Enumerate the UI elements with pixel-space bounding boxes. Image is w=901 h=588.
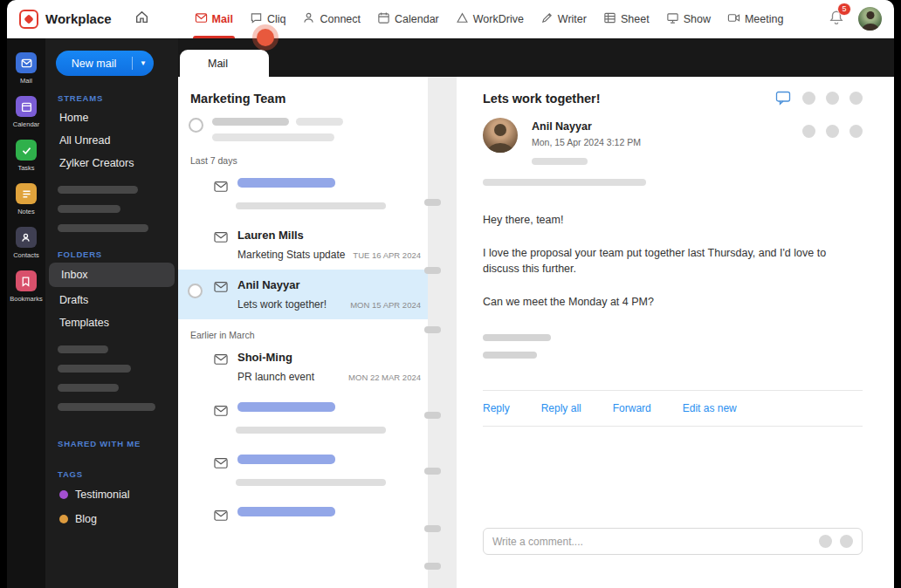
app-body: Mail Calendar Tasks Notes Contacts Bookm… (7, 38, 894, 588)
select-checkbox[interactable] (189, 118, 203, 133)
shared-section-label: SHARED WITH ME (58, 439, 166, 448)
mail-item-skeleton[interactable] (178, 444, 428, 496)
mail-sidebar: New mail ▼ STREAMS Home All Unread Zylke… (45, 38, 178, 588)
connect-icon (302, 11, 315, 27)
new-mail-button[interactable]: New mail ▼ (56, 51, 154, 76)
comment-input[interactable] (492, 536, 811, 548)
mail-list: Marketing Team Last 7 days (178, 77, 457, 588)
tab-mail[interactable]: Mail (180, 50, 269, 77)
message-action-button[interactable] (849, 125, 863, 138)
skeleton-bar (237, 178, 335, 188)
mail-date: MON 15 APR 2024 (350, 300, 421, 310)
chevron-down-icon[interactable]: ▼ (133, 59, 154, 67)
section-label-last7: Last 7 days (178, 145, 428, 168)
header-action-button[interactable] (826, 92, 839, 105)
sidebar-item-inbox[interactable]: Inbox (49, 263, 175, 287)
nav-label: Connect (320, 13, 361, 25)
tag-color-dot (59, 490, 68, 499)
mail-list-panel: Marketing Team Last 7 days (178, 77, 457, 588)
mail-group-title: Marketing Team (178, 77, 428, 113)
brand[interactable]: Workplace (19, 10, 112, 29)
new-mail-label: New mail (56, 58, 132, 70)
nav-label: Calendar (395, 13, 439, 25)
comment-box (483, 528, 863, 555)
skeleton-bar (58, 345, 108, 353)
skeleton-bar (236, 479, 386, 486)
section-label-march: Earlier in March (178, 319, 428, 342)
tag-item-testimonial[interactable]: Testimonial (56, 482, 168, 507)
notification-badge: 5 (837, 3, 851, 16)
screen: Workplace Mail Cliq Connect Calendar (0, 0, 901, 588)
nav-connect[interactable]: Connect (302, 0, 361, 38)
skeleton-bar (424, 326, 441, 333)
notifications-button[interactable]: 5 (829, 10, 844, 29)
comments-icon[interactable] (775, 91, 792, 106)
message-action-button[interactable] (802, 125, 815, 138)
skeleton-bar (424, 267, 441, 274)
rail-item-tasks[interactable]: Tasks (16, 140, 37, 172)
divider (483, 426, 863, 427)
rail-item-mail[interactable]: Mail (16, 52, 37, 85)
message-action-button[interactable] (826, 125, 839, 138)
sidebar-item-drafts[interactable]: Drafts (56, 289, 168, 311)
rail-item-calendar[interactable]: Calendar (13, 96, 39, 128)
skeleton-bar (296, 118, 343, 126)
meeting-icon (727, 11, 740, 27)
message-actions: Reply Reply all Forward Edit as new (483, 402, 863, 414)
tags-section-label: TAGS (58, 469, 166, 479)
tasks-icon (16, 140, 37, 161)
forward-link[interactable]: Forward (613, 402, 651, 414)
list-scroll-strip[interactable] (428, 77, 457, 588)
mail-item-skeleton[interactable] (178, 392, 428, 444)
rail-item-contacts[interactable]: Contacts (13, 227, 39, 259)
folders-section-label: FOLDERS (58, 250, 166, 259)
header-action-button[interactable] (802, 92, 815, 105)
user-avatar[interactable] (858, 7, 882, 31)
mail-item-skeleton[interactable] (178, 496, 428, 545)
mail-item-shoi-ming[interactable]: Shoi-Ming PR launch event MON 22 MAR 202… (178, 342, 428, 392)
skeleton-bar (483, 352, 537, 359)
top-nav: Mail Cliq Connect Calendar WorkDrive Wri… (195, 0, 784, 38)
edit-as-new-link[interactable]: Edit as new (683, 402, 737, 414)
topbar-right: 5 (829, 7, 882, 31)
nav-workdrive[interactable]: WorkDrive (456, 0, 524, 38)
reply-link[interactable]: Reply (483, 402, 510, 414)
rail-item-notes[interactable]: Notes (16, 183, 37, 215)
rail-label: Contacts (13, 251, 39, 259)
rail-item-bookmarks[interactable]: Bookmarks (10, 270, 43, 303)
sidebar-item-home[interactable]: Home (56, 106, 168, 129)
nav-calendar[interactable]: Calendar (377, 0, 439, 38)
header-action-button[interactable] (849, 92, 863, 105)
skeleton-bar (483, 334, 551, 341)
select-checkbox[interactable] (188, 284, 203, 298)
skeleton-bar (58, 224, 148, 232)
comment-action-button[interactable] (840, 535, 853, 548)
nav-label: Cliq (267, 13, 286, 25)
sidebar-item-zylker-creators[interactable]: Zylker Creators (56, 152, 168, 174)
reply-all-link[interactable]: Reply all (541, 402, 581, 414)
nav-label: Mail (212, 13, 233, 25)
sheet-icon (603, 11, 616, 27)
contacts-icon (16, 227, 37, 248)
tag-item-blog[interactable]: Blog (56, 507, 168, 531)
mail-item-lauren-mills[interactable]: Lauren Mills Marketing Stats update TUE … (178, 220, 428, 270)
nav-label: Show (684, 13, 711, 25)
tag-label: Blog (75, 513, 97, 525)
main-area: Mail Marketing Team (178, 38, 894, 588)
home-button[interactable] (134, 10, 149, 28)
comment-action-button[interactable] (819, 535, 832, 548)
nav-mail[interactable]: Mail (195, 0, 233, 38)
mail-item-skeleton[interactable] (178, 168, 428, 220)
nav-meeting[interactable]: Meeting (727, 0, 783, 38)
mail-icon (16, 52, 37, 73)
sidebar-item-all-unread[interactable]: All Unread (56, 129, 168, 152)
sidebar-item-templates[interactable]: Templates (56, 311, 168, 334)
nav-writer[interactable]: Writer (540, 0, 587, 38)
skeleton-bar (532, 158, 588, 165)
rail-label: Mail (20, 77, 32, 85)
skeleton-bar (58, 384, 119, 392)
mail-item-anil-nayyar[interactable]: Anil Nayyar Lets work together! MON 15 A… (178, 270, 428, 319)
message-subject: Lets work together! (483, 92, 775, 106)
nav-sheet[interactable]: Sheet (603, 0, 650, 38)
nav-show[interactable]: Show (666, 0, 711, 38)
